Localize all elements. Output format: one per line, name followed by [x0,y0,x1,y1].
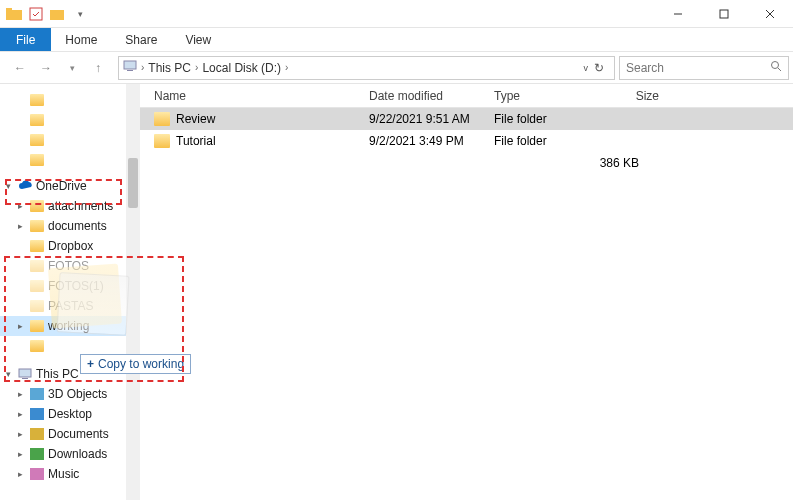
tree-item[interactable] [0,90,140,110]
caret-icon[interactable] [14,469,26,479]
column-header-name[interactable]: Name [154,89,369,103]
tree-item-this-pc[interactable]: This PC [0,364,140,384]
address-dropdown-icon[interactable]: v [584,63,589,73]
caret-icon[interactable] [14,449,26,459]
tree-label: PASTAS [48,299,94,313]
column-header-date[interactable]: Date modified [369,89,494,103]
tree-item[interactable]: documents [0,216,140,236]
tree-item[interactable]: FOTOS [0,256,140,276]
folder-icon [154,112,170,126]
qat-dropdown-icon[interactable]: ▾ [70,4,90,24]
file-tab[interactable]: File [0,28,51,51]
svg-rect-14 [30,388,44,400]
folder-icon [30,340,44,352]
forward-button[interactable]: → [36,58,56,78]
cell-date: 9/22/2021 9:51 AM [369,112,494,126]
tree-item[interactable]: 3D Objects [0,384,140,404]
tree-item[interactable] [0,150,140,170]
folder-icon[interactable] [4,4,24,24]
svg-rect-5 [720,10,728,18]
folder-icon [30,280,44,292]
tree-label: Music [48,467,79,481]
tree-item[interactable]: Desktop [0,404,140,424]
new-folder-icon[interactable] [48,4,68,24]
caret-icon[interactable] [14,389,26,399]
caret-icon[interactable] [14,409,26,419]
folder-icon [30,134,44,146]
tree-item[interactable] [0,130,140,150]
tree-label: This PC [36,367,79,381]
caret-icon[interactable] [2,369,14,379]
svg-rect-8 [124,61,136,69]
caret-icon[interactable] [14,221,26,231]
pc-icon [18,368,32,380]
search-input[interactable]: Search [619,56,789,80]
quick-access-toolbar: ▾ [4,4,90,24]
back-button[interactable]: ← [10,58,30,78]
tree-label: Dropbox [48,239,93,253]
desktop-icon [30,408,44,420]
cell-type: File folder [494,134,589,148]
folder-icon [30,320,44,332]
refresh-icon[interactable]: ↻ [594,61,604,75]
minimize-button[interactable] [655,0,701,28]
chevron-right-icon[interactable]: › [139,62,146,73]
tree-item-onedrive[interactable]: OneDrive [0,176,140,196]
nav-arrows: ← → ▾ ↑ [4,58,114,78]
tree-label: attachments [48,199,113,213]
list-status-row: 386 KB [140,152,793,174]
tree-item[interactable] [0,110,140,130]
recent-dropdown-icon[interactable]: ▾ [62,58,82,78]
tree-label: documents [48,219,107,233]
breadcrumb-segment[interactable]: This PC [148,61,191,75]
maximize-button[interactable] [701,0,747,28]
up-button[interactable]: ↑ [88,58,108,78]
tree-item[interactable]: PASTAS [0,296,140,316]
tree-label: Downloads [48,447,107,461]
music-icon [30,468,44,480]
tree-label: FOTOS(1) [48,279,104,293]
caret-icon[interactable] [2,181,14,191]
folder-icon [30,200,44,212]
caret-icon[interactable] [14,201,26,211]
svg-point-10 [772,62,779,69]
svg-rect-1 [6,8,12,12]
tree-item[interactable]: Documents [0,424,140,444]
tab-share[interactable]: Share [111,28,171,51]
close-button[interactable] [747,0,793,28]
caret-icon[interactable] [14,321,26,331]
breadcrumb-segment[interactable]: Local Disk (D:) [202,61,281,75]
column-header-size[interactable]: Size [589,89,669,103]
tree-item[interactable]: attachments [0,196,140,216]
tree-label: OneDrive [36,179,87,193]
address-bar: ← → ▾ ↑ › This PC › Local Disk (D:) › v … [0,52,793,84]
svg-line-11 [778,68,781,71]
list-row[interactable]: Review 9/22/2021 9:51 AM File folder [140,108,793,130]
folder-icon [30,300,44,312]
folder-icon [30,154,44,166]
list-row[interactable]: Tutorial 9/2/2021 3:49 PM File folder [140,130,793,152]
3d-objects-icon [30,388,44,400]
tab-view[interactable]: View [171,28,225,51]
tree-item[interactable]: FOTOS(1) [0,276,140,296]
cell-name: Review [176,112,369,126]
column-header-type[interactable]: Type [494,89,589,103]
chevron-right-icon[interactable]: › [283,62,290,73]
tree-item[interactable]: Music [0,464,140,484]
chevron-right-icon[interactable]: › [193,62,200,73]
breadcrumb[interactable]: › This PC › Local Disk (D:) › v ↻ [118,56,615,80]
properties-icon[interactable] [26,4,46,24]
tab-home[interactable]: Home [51,28,111,51]
tree-item[interactable] [0,336,140,356]
pc-icon [123,60,137,75]
tree-label: Documents [48,427,109,441]
nav-scrollbar[interactable] [126,84,140,500]
scrollbar-thumb[interactable] [128,158,138,208]
cell-type: File folder [494,112,589,126]
tree-item[interactable]: Dropbox [0,236,140,256]
tree-item-working[interactable]: working [0,316,140,336]
tree-item[interactable]: Downloads [0,444,140,464]
folder-icon [30,260,44,272]
tree-label: FOTOS [48,259,89,273]
caret-icon[interactable] [14,429,26,439]
